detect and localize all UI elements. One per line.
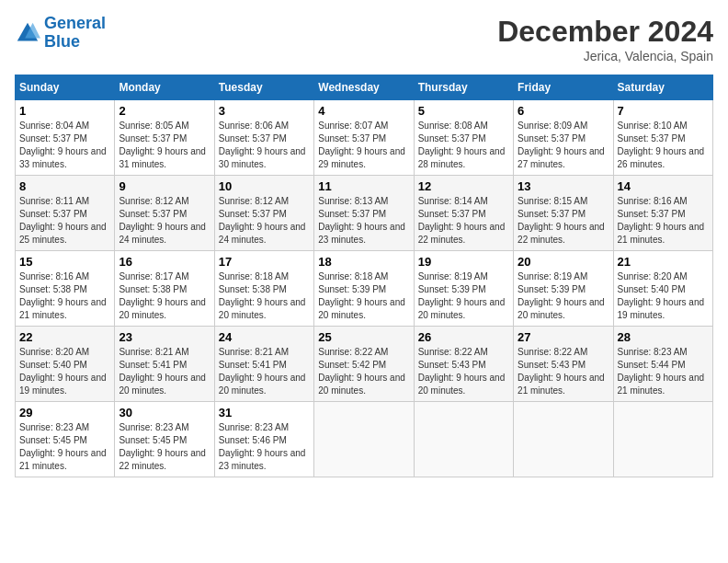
logo-line1: General — [44, 14, 106, 32]
day-number: 21 — [618, 255, 709, 269]
day-info: Sunrise: 8:05 AMSunset: 5:37 PMDaylight:… — [119, 120, 210, 171]
header-thursday: Thursday — [414, 75, 513, 100]
day-number: 6 — [518, 104, 609, 118]
day-info: Sunrise: 8:18 AMSunset: 5:38 PMDaylight:… — [219, 270, 310, 322]
day-info: Sunrise: 8:09 AMSunset: 5:37 PMDaylight:… — [518, 120, 609, 171]
day-number: 29 — [19, 406, 110, 419]
day-cell-15: 15Sunrise: 8:16 AMSunset: 5:38 PMDayligh… — [16, 251, 115, 327]
day-info: Sunrise: 8:12 AMSunset: 5:37 PMDaylight:… — [119, 195, 210, 247]
day-cell-5: 5Sunrise: 8:08 AMSunset: 5:37 PMDaylight… — [414, 100, 513, 176]
day-cell-16: 16Sunrise: 8:17 AMSunset: 5:38 PMDayligh… — [115, 251, 214, 327]
day-cell-24: 24Sunrise: 8:21 AMSunset: 5:41 PMDayligh… — [214, 327, 313, 402]
day-cell-25: 25Sunrise: 8:22 AMSunset: 5:42 PMDayligh… — [314, 327, 414, 402]
header-wednesday: Wednesday — [314, 75, 414, 100]
day-number: 23 — [119, 330, 210, 344]
day-cell-29: 29Sunrise: 8:23 AMSunset: 5:45 PMDayligh… — [16, 402, 115, 477]
day-info: Sunrise: 8:04 AMSunset: 5:37 PMDaylight:… — [19, 120, 110, 171]
day-number: 13 — [518, 179, 609, 193]
day-cell-20: 20Sunrise: 8:19 AMSunset: 5:39 PMDayligh… — [514, 251, 613, 327]
header-tuesday: Tuesday — [214, 75, 313, 100]
day-number: 15 — [19, 255, 110, 269]
day-info: Sunrise: 8:15 AMSunset: 5:37 PMDaylight:… — [518, 195, 609, 247]
day-number: 27 — [518, 330, 609, 344]
header-saturday: Saturday — [613, 75, 712, 100]
day-number: 14 — [618, 179, 709, 193]
title-block: December 2024 Jerica, Valencia, Spain — [497, 15, 713, 63]
calendar-week-3: 15Sunrise: 8:16 AMSunset: 5:38 PMDayligh… — [16, 251, 713, 327]
day-info: Sunrise: 8:13 AMSunset: 5:37 PMDaylight:… — [318, 195, 409, 247]
day-number: 26 — [418, 330, 509, 344]
day-cell-21: 21Sunrise: 8:20 AMSunset: 5:40 PMDayligh… — [613, 251, 712, 327]
day-cell-22: 22Sunrise: 8:20 AMSunset: 5:40 PMDayligh… — [16, 327, 115, 402]
day-info: Sunrise: 8:12 AMSunset: 5:37 PMDaylight:… — [219, 195, 310, 247]
calendar-table: SundayMondayTuesdayWednesdayThursdayFrid… — [15, 75, 713, 477]
day-cell-28: 28Sunrise: 8:23 AMSunset: 5:44 PMDayligh… — [613, 327, 712, 402]
day-cell-17: 17Sunrise: 8:18 AMSunset: 5:38 PMDayligh… — [214, 251, 313, 327]
day-info: Sunrise: 8:22 AMSunset: 5:43 PMDaylight:… — [518, 346, 609, 397]
day-cell-8: 8Sunrise: 8:11 AMSunset: 5:37 PMDaylight… — [16, 176, 115, 251]
day-cell-12: 12Sunrise: 8:14 AMSunset: 5:37 PMDayligh… — [414, 176, 513, 251]
day-number: 8 — [19, 179, 110, 193]
empty-cell — [314, 402, 414, 477]
header-sunday: Sunday — [16, 75, 115, 100]
day-cell-27: 27Sunrise: 8:22 AMSunset: 5:43 PMDayligh… — [514, 327, 613, 402]
day-number: 3 — [219, 104, 310, 118]
day-number: 9 — [119, 179, 210, 193]
day-info: Sunrise: 8:18 AMSunset: 5:39 PMDaylight:… — [318, 270, 409, 322]
day-number: 1 — [19, 104, 110, 118]
day-number: 7 — [618, 104, 709, 118]
day-info: Sunrise: 8:23 AMSunset: 5:45 PMDaylight:… — [19, 421, 110, 473]
day-cell-6: 6Sunrise: 8:09 AMSunset: 5:37 PMDaylight… — [514, 100, 613, 176]
day-info: Sunrise: 8:22 AMSunset: 5:43 PMDaylight:… — [418, 346, 509, 397]
calendar-week-5: 29Sunrise: 8:23 AMSunset: 5:45 PMDayligh… — [16, 402, 713, 477]
day-info: Sunrise: 8:23 AMSunset: 5:46 PMDaylight:… — [219, 421, 310, 473]
day-cell-10: 10Sunrise: 8:12 AMSunset: 5:37 PMDayligh… — [214, 176, 313, 251]
logo: General Blue — [15, 15, 106, 52]
calendar-week-1: 1Sunrise: 8:04 AMSunset: 5:37 PMDaylight… — [16, 100, 713, 176]
page-header: General Blue December 2024 Jerica, Valen… — [15, 15, 713, 63]
day-cell-3: 3Sunrise: 8:06 AMSunset: 5:37 PMDaylight… — [214, 100, 313, 176]
empty-cell — [514, 402, 613, 477]
day-info: Sunrise: 8:06 AMSunset: 5:37 PMDaylight:… — [219, 120, 310, 171]
day-info: Sunrise: 8:21 AMSunset: 5:41 PMDaylight:… — [119, 346, 210, 397]
day-cell-9: 9Sunrise: 8:12 AMSunset: 5:37 PMDaylight… — [115, 176, 214, 251]
day-number: 22 — [19, 330, 110, 344]
day-number: 16 — [119, 255, 210, 269]
day-info: Sunrise: 8:11 AMSunset: 5:37 PMDaylight:… — [19, 195, 110, 247]
day-number: 28 — [618, 330, 709, 344]
day-cell-18: 18Sunrise: 8:18 AMSunset: 5:39 PMDayligh… — [314, 251, 414, 327]
day-number: 18 — [318, 255, 409, 269]
calendar-week-2: 8Sunrise: 8:11 AMSunset: 5:37 PMDaylight… — [16, 176, 713, 251]
day-cell-30: 30Sunrise: 8:23 AMSunset: 5:45 PMDayligh… — [115, 402, 214, 477]
day-cell-26: 26Sunrise: 8:22 AMSunset: 5:43 PMDayligh… — [414, 327, 513, 402]
day-cell-19: 19Sunrise: 8:19 AMSunset: 5:39 PMDayligh… — [414, 251, 513, 327]
day-number: 4 — [318, 104, 409, 118]
day-cell-23: 23Sunrise: 8:21 AMSunset: 5:41 PMDayligh… — [115, 327, 214, 402]
empty-cell — [613, 402, 712, 477]
day-cell-14: 14Sunrise: 8:16 AMSunset: 5:37 PMDayligh… — [613, 176, 712, 251]
day-info: Sunrise: 8:23 AMSunset: 5:45 PMDaylight:… — [119, 421, 210, 473]
calendar-week-4: 22Sunrise: 8:20 AMSunset: 5:40 PMDayligh… — [16, 327, 713, 402]
day-info: Sunrise: 8:21 AMSunset: 5:41 PMDaylight:… — [219, 346, 310, 397]
day-info: Sunrise: 8:17 AMSunset: 5:38 PMDaylight:… — [119, 270, 210, 322]
day-info: Sunrise: 8:14 AMSunset: 5:37 PMDaylight:… — [418, 195, 509, 247]
day-number: 25 — [318, 330, 409, 344]
day-number: 30 — [119, 406, 210, 419]
day-number: 11 — [318, 179, 409, 193]
day-number: 17 — [219, 255, 310, 269]
day-number: 24 — [219, 330, 310, 344]
day-info: Sunrise: 8:22 AMSunset: 5:42 PMDaylight:… — [318, 346, 409, 397]
day-info: Sunrise: 8:08 AMSunset: 5:37 PMDaylight:… — [418, 120, 509, 171]
day-info: Sunrise: 8:20 AMSunset: 5:40 PMDaylight:… — [618, 270, 709, 322]
day-number: 10 — [219, 179, 310, 193]
day-number: 2 — [119, 104, 210, 118]
day-number: 20 — [518, 255, 609, 269]
logo-icon — [15, 20, 40, 46]
calendar-header-row: SundayMondayTuesdayWednesdayThursdayFrid… — [16, 75, 713, 100]
day-cell-13: 13Sunrise: 8:15 AMSunset: 5:37 PMDayligh… — [514, 176, 613, 251]
day-cell-11: 11Sunrise: 8:13 AMSunset: 5:37 PMDayligh… — [314, 176, 414, 251]
header-friday: Friday — [514, 75, 613, 100]
day-info: Sunrise: 8:16 AMSunset: 5:37 PMDaylight:… — [618, 195, 709, 247]
logo-text: General Blue — [44, 15, 106, 52]
day-number: 12 — [418, 179, 509, 193]
